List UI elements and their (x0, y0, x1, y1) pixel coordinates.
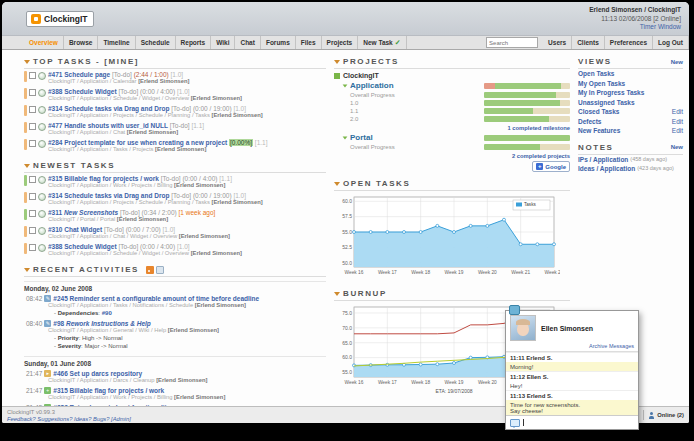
nav-tab[interactable]: Browse (64, 36, 98, 49)
task-checkbox[interactable] (29, 193, 36, 200)
task-row[interactable]: #311 New Screenshots [To-do] (0:34 / 2:0… (24, 207, 326, 224)
task-timer-icon[interactable] (38, 72, 46, 80)
nav-tab[interactable]: Reports (176, 36, 212, 49)
task-link[interactable]: #284 Project template for use when creat… (48, 139, 227, 146)
task-timer-icon[interactable] (38, 89, 46, 97)
nav-link[interactable]: Users (543, 36, 572, 49)
task-row[interactable]: #315 Billable flag for projects / work [… (24, 173, 326, 190)
task-row[interactable]: #388 Schedule Widget [To-do] (0:00 / 4:0… (24, 241, 326, 258)
feed-icon[interactable] (156, 266, 164, 274)
archive-messages-link[interactable]: Archive Messages (589, 343, 634, 349)
nav-link[interactable]: Preferences (605, 36, 653, 49)
note-link[interactable]: Ideas / Application (578, 164, 635, 174)
task-timer-icon[interactable] (38, 123, 46, 131)
view-link[interactable]: My In Progress Tasks (578, 88, 644, 98)
task-checkbox[interactable] (29, 176, 36, 183)
nav-tab[interactable]: Forums (261, 36, 296, 49)
nav-tab[interactable]: Timeline (98, 36, 135, 49)
view-link[interactable]: Open Tasks (578, 69, 614, 79)
rss-icon[interactable] (146, 266, 154, 274)
task-timer-icon[interactable] (38, 210, 46, 218)
task-timer-icon[interactable] (38, 176, 46, 184)
shout-icon[interactable] (510, 419, 520, 427)
collapse-arrow-icon[interactable] (24, 164, 30, 168)
nav-tab[interactable]: Files (296, 36, 322, 49)
task-checkbox[interactable] (29, 140, 36, 147)
collapse-arrow-icon[interactable] (334, 60, 340, 64)
collapse-arrow-icon[interactable] (24, 60, 30, 64)
nav-link[interactable]: Log Out (653, 36, 689, 49)
project-name: Portal (350, 133, 373, 142)
task-row[interactable]: #310 Chat Widget [To-do] (0:00 / 7:00) [… (24, 224, 326, 241)
task-checkbox[interactable] (29, 89, 36, 96)
activity-type-icon: ✎ (44, 320, 51, 327)
search-input[interactable] (486, 37, 538, 48)
task-row[interactable]: #314 Schedule tasks via Drag and Drop [T… (24, 190, 326, 207)
task-checkbox[interactable] (29, 244, 36, 251)
new-view-link[interactable]: New (671, 59, 683, 65)
activity-task-link[interactable]: #466 Set up darcs repository (53, 370, 142, 377)
task-checkbox[interactable] (29, 106, 36, 113)
task-link[interactable]: #388 Schedule Widget (48, 243, 117, 250)
task-timer-icon[interactable] (38, 140, 46, 148)
collapse-arrow-icon[interactable] (334, 292, 340, 296)
task-row[interactable]: #388 Schedule Widget [To-do] (0:00 / 4:0… (24, 86, 326, 103)
view-edit-link[interactable]: Edit (672, 117, 683, 127)
main-nav: Overview Browse Timeline Schedule Report… (2, 36, 689, 50)
note-link[interactable]: IPs / Application (578, 155, 628, 165)
nav-tab[interactable]: Wiki (211, 36, 235, 49)
project-head-row: Application (334, 81, 570, 90)
view-link[interactable]: Closed Tasks (578, 107, 619, 117)
app-logo[interactable]: ClockingIT (26, 11, 94, 27)
activity-task-link[interactable]: #98 Rework Instructions & Help (53, 320, 151, 327)
task-link[interactable]: #314 Schedule tasks via Drag and Drop (48, 192, 169, 199)
task-link[interactable]: #315 Billable flag for projects / work (48, 175, 159, 182)
task-status: [To-do] (118, 243, 138, 250)
task-checkbox[interactable] (29, 72, 36, 79)
nav-tab[interactable]: Projects (322, 36, 359, 49)
view-edit-link[interactable]: Edit (672, 107, 683, 117)
nav-tab[interactable]: Schedule (136, 36, 176, 49)
view-edit-link[interactable]: Edit (672, 126, 683, 136)
project-link[interactable]: Portal (342, 133, 373, 142)
task-link[interactable]: #311 New Screenshots (48, 209, 118, 216)
view-link[interactable]: My Open Tasks (578, 79, 625, 89)
task-timer-icon[interactable] (38, 106, 46, 114)
task-link[interactable]: #314 Schedule tasks via Drag and Drop (48, 105, 169, 112)
collapse-arrow-icon[interactable] (334, 182, 340, 186)
nav-tab[interactable]: Chat (235, 36, 260, 49)
task-link[interactable]: #388 Schedule Widget (48, 88, 117, 95)
task-link[interactable]: #471 Schedule page (48, 71, 110, 78)
task-checkbox[interactable] (29, 123, 36, 130)
task-row[interactable]: #314 Schedule tasks via Drag and Drop [T… (24, 103, 326, 120)
new-note-link[interactable]: New (671, 144, 683, 150)
activity-task-link[interactable]: #315 Billable flag for projects / work (53, 387, 164, 394)
online-users-toggle[interactable]: Online (2) (648, 412, 684, 419)
task-timer-icon[interactable] (38, 227, 46, 235)
chat-input[interactable] (506, 415, 638, 429)
nav-link[interactable]: Clients (572, 36, 605, 49)
project-link[interactable]: Application (342, 81, 394, 90)
task-timer-icon[interactable] (38, 244, 46, 252)
task-checkbox[interactable] (29, 227, 36, 234)
task-timer-icon[interactable] (38, 193, 46, 201)
task-row[interactable]: #284 Project template for use when creat… (24, 137, 326, 154)
view-link[interactable]: New Features (578, 126, 620, 136)
feedback-links[interactable]: Feedback? Suggestions? Ideas? Bugs? [Adm… (7, 416, 131, 423)
task-assignee: [Erlend Simonsen] (212, 199, 263, 205)
view-link[interactable]: Unassigned Tasks (578, 98, 635, 108)
task-link[interactable]: #310 Chat Widget (48, 226, 102, 233)
activity-task-link[interactable]: #245 Reminder sent a configurable amount… (53, 295, 259, 302)
nav-tab[interactable]: New Task ✓ (358, 36, 406, 49)
completed-milestones-link[interactable]: 1 completed milestone (508, 125, 571, 131)
view-link[interactable]: Defects (578, 117, 601, 127)
completed-projects-link[interactable]: 2 completed projects (512, 153, 570, 159)
collapse-arrow-icon[interactable] (24, 268, 30, 272)
task-link[interactable]: #477 Handle shouts with user_id NULL (48, 122, 168, 129)
nav-tab[interactable]: Overview (24, 36, 64, 49)
task-row[interactable]: #477 Handle shouts with user_id NULL [To… (24, 120, 326, 137)
task-checkbox[interactable] (29, 210, 36, 217)
task-row[interactable]: #471 Schedule page [To-do] (2:44 / 1:00)… (24, 69, 326, 86)
timer-window-link[interactable]: Timer Window (589, 23, 681, 32)
google-gadget-button[interactable]: +Google (532, 161, 570, 172)
